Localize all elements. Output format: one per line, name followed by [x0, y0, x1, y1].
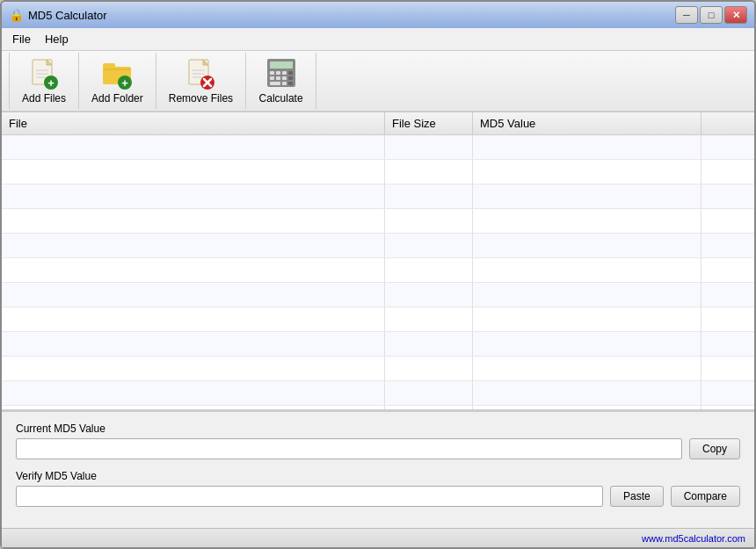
cell-size [385, 283, 473, 307]
cell-file [2, 357, 385, 380]
cell-file [2, 184, 385, 208]
footer-link: www.md5calculator.com [642, 533, 745, 544]
cell-size [385, 307, 473, 331]
svg-rect-30 [282, 76, 287, 80]
table-row [2, 258, 754, 283]
add-folder-label: Add Folder [91, 92, 143, 105]
cell-md5 [473, 184, 701, 208]
cell-file [2, 307, 385, 331]
table-row [2, 332, 754, 357]
cell-file [2, 381, 385, 405]
verify-md5-label: Verify MD5 Value [16, 470, 740, 482]
svg-text:+: + [47, 76, 55, 90]
cell-md5 [473, 357, 701, 380]
verify-md5-row: Paste Compare [16, 486, 740, 507]
svg-rect-23 [270, 61, 293, 69]
bottom-panel: Current MD5 Value Copy Verify MD5 Value … [2, 411, 754, 528]
paste-button[interactable]: Paste [610, 486, 664, 507]
svg-rect-24 [270, 71, 274, 75]
cell-md5 [473, 209, 701, 233]
table-row [2, 209, 754, 234]
cell-extra [701, 184, 754, 208]
remove-files-button[interactable]: Remove Files [156, 53, 246, 109]
close-button[interactable]: ✕ [724, 6, 747, 24]
cell-extra [701, 135, 754, 159]
cell-size [385, 357, 473, 380]
current-md5-label: Current MD5 Value [16, 423, 740, 435]
cell-file [2, 160, 385, 184]
cell-md5 [473, 307, 701, 331]
current-md5-group: Current MD5 Value Copy [16, 423, 740, 459]
cell-file [2, 209, 385, 233]
table-row [2, 234, 754, 258]
add-folder-button[interactable]: + Add Folder [79, 53, 156, 109]
cell-md5 [473, 258, 701, 282]
menu-help[interactable]: Help [38, 30, 76, 48]
cell-md5 [473, 160, 701, 184]
cell-extra [701, 381, 754, 405]
menu-file[interactable]: File [5, 30, 38, 48]
minimize-button[interactable]: ─ [675, 6, 698, 24]
verify-md5-input[interactable] [16, 486, 603, 507]
svg-rect-29 [276, 76, 280, 80]
table-row [2, 307, 754, 332]
add-files-button[interactable]: + Add Files [9, 53, 79, 109]
compare-button[interactable]: Compare [671, 486, 740, 507]
remove-files-icon [185, 57, 216, 89]
cell-size [385, 160, 473, 184]
table-row [2, 135, 754, 160]
current-md5-row: Copy [16, 438, 740, 459]
window-controls: ─ □ ✕ [675, 6, 747, 24]
calculate-icon [265, 57, 297, 89]
cell-size [385, 332, 473, 356]
toolbar: + Add Files + Add Folder [2, 51, 754, 112]
table-row [2, 381, 754, 406]
cell-size [385, 258, 473, 282]
cell-size [385, 234, 473, 257]
remove-files-label: Remove Files [169, 92, 233, 105]
cell-size [385, 381, 473, 405]
window-title: MD5 Calculator [28, 9, 675, 22]
cell-extra [701, 332, 754, 356]
cell-md5 [473, 283, 701, 307]
svg-rect-25 [276, 71, 280, 75]
table-row [2, 160, 754, 184]
table-row [2, 283, 754, 307]
svg-rect-31 [288, 76, 293, 80]
cell-file [2, 258, 385, 282]
menu-bar: File Help [2, 28, 754, 51]
svg-rect-9 [103, 63, 115, 69]
cell-md5 [473, 234, 701, 257]
table-row [2, 357, 754, 381]
table-row [2, 184, 754, 209]
svg-text:+: + [122, 76, 129, 90]
cell-file [2, 283, 385, 307]
app-icon: 🔒 [9, 8, 23, 22]
cell-md5 [473, 381, 701, 405]
add-files-label: Add Files [22, 92, 66, 105]
col-header-extra [701, 112, 754, 134]
cell-md5 [473, 332, 701, 356]
main-window: 🔒 MD5 Calculator ─ □ ✕ File Help [0, 0, 756, 549]
svg-rect-32 [270, 82, 280, 85]
calculate-button[interactable]: Calculate [246, 53, 316, 109]
cell-md5 [473, 135, 701, 159]
table-body [2, 135, 754, 409]
cell-extra [701, 283, 754, 307]
maximize-button[interactable]: □ [700, 6, 723, 24]
cell-extra [701, 258, 754, 282]
svg-rect-34 [288, 82, 293, 85]
cell-size [385, 135, 473, 159]
file-table: File File Size MD5 Value [2, 112, 754, 411]
col-header-file: File [2, 112, 385, 134]
svg-rect-10 [103, 69, 131, 70]
calculate-label: Calculate [259, 92, 303, 105]
current-md5-input[interactable] [16, 438, 682, 459]
cell-file [2, 234, 385, 257]
svg-rect-28 [270, 76, 274, 80]
col-header-filesize: File Size [385, 112, 473, 134]
cell-extra [701, 234, 754, 257]
copy-button[interactable]: Copy [689, 438, 740, 459]
title-bar: 🔒 MD5 Calculator ─ □ ✕ [2, 2, 754, 28]
svg-rect-27 [288, 71, 293, 75]
